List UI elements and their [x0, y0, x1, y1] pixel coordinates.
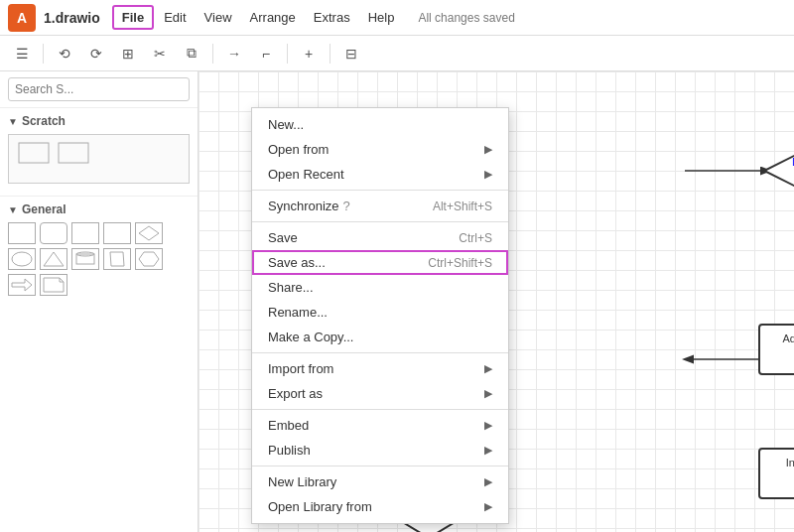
menu-edit[interactable]: Edit: [156, 7, 194, 28]
dd-sep4: [252, 409, 508, 410]
menu-bar: File Edit View Arrange Extras Help: [112, 5, 403, 30]
general-title[interactable]: ▼ General: [8, 202, 190, 216]
left-panel: ▼ Scratch ▼ General: [0, 71, 198, 532]
shape-rect2[interactable]: [40, 222, 67, 244]
svg-marker-10: [44, 278, 64, 292]
dd-make-copy[interactable]: Make a Copy...: [252, 325, 508, 349]
search-input[interactable]: [8, 77, 190, 101]
menu-view[interactable]: View: [197, 7, 240, 28]
dd-synchronize[interactable]: Synchronize ? Alt+Shift+S: [252, 194, 508, 218]
dd-rename-label: Rename...: [268, 305, 328, 320]
saved-status: All changes saved: [418, 11, 514, 25]
shape-arrow[interactable]: [8, 274, 36, 296]
dd-share-label: Share...: [268, 280, 314, 295]
toolbar-format[interactable]: ⊞: [114, 40, 142, 67]
shape-ellipse[interactable]: [8, 248, 36, 270]
shape-rect3[interactable]: [71, 222, 99, 244]
dd-open-recent-arrow: ▶: [484, 168, 492, 181]
dd-new-library-label: New Library: [268, 474, 336, 489]
scratch-title[interactable]: ▼ Scratch: [8, 114, 190, 128]
dd-synchronize-label: Synchronize: [268, 199, 339, 213]
dd-new-library[interactable]: New Library ▶: [252, 469, 508, 494]
menu-arrange[interactable]: Arrange: [242, 7, 304, 28]
dd-open-from-arrow: ▶: [484, 143, 492, 156]
dd-save-as[interactable]: Save as... Ctrl+Shift+S: [252, 250, 508, 275]
dd-open-recent-label: Open Recent: [268, 167, 344, 182]
dd-save-label: Save: [268, 230, 298, 245]
canvas[interactable]: Invite reviewers OR Review 2 received St…: [198, 71, 794, 532]
dd-new[interactable]: New...: [252, 112, 508, 137]
general-section: ▼ General: [0, 197, 198, 302]
shape-hexagon[interactable]: [135, 248, 163, 270]
toolbar: ☰ ⟲ ⟳ ⊞ ✂ ⧉ → ⌐ + ⊟: [0, 36, 794, 71]
dd-import-from-label: Import from: [268, 361, 333, 376]
file-dropdown-menu: New... Open from ▶ Open Recent ▶ Synchro…: [251, 107, 509, 524]
toolbar-waypoint[interactable]: ⌐: [252, 40, 280, 67]
dd-export-as[interactable]: Export as ▶: [252, 381, 508, 406]
dd-sep5: [252, 466, 508, 466]
shape-parallelogram[interactable]: [103, 248, 131, 270]
scratch-label: Scratch: [22, 114, 66, 128]
toolbar-pages[interactable]: ☰: [8, 40, 36, 67]
dd-sep3: [252, 352, 508, 353]
toolbar-redo[interactable]: ⟳: [82, 40, 110, 67]
toolbar-copy[interactable]: ⧉: [178, 40, 205, 67]
main-area: ▼ Scratch ▼ General: [0, 71, 794, 532]
svg-marker-9: [12, 279, 32, 291]
dd-embed[interactable]: Embed ▶: [252, 413, 508, 438]
toolbar-sep1: [43, 44, 44, 64]
dd-export-as-arrow: ▶: [484, 387, 492, 400]
dd-export-as-label: Export as: [268, 386, 323, 401]
toolbar-insert[interactable]: +: [295, 40, 323, 67]
toolbar-cut[interactable]: ✂: [146, 40, 174, 67]
dd-save-as-shortcut: Ctrl+Shift+S: [428, 256, 492, 270]
app-title: 1.drawio: [44, 10, 100, 26]
toolbar-table[interactable]: ⊟: [337, 40, 365, 67]
dd-open-recent[interactable]: Open Recent ▶: [252, 162, 508, 187]
menu-help[interactable]: Help: [360, 7, 403, 28]
toolbar-undo[interactable]: ⟲: [51, 40, 78, 67]
toolbar-sep4: [330, 44, 331, 64]
dd-share[interactable]: Share...: [252, 275, 508, 300]
dd-embed-arrow: ▶: [484, 419, 492, 432]
dd-import-from-arrow: ▶: [484, 362, 492, 375]
toolbar-connection[interactable]: →: [220, 40, 248, 67]
dd-make-copy-label: Make a Copy...: [268, 330, 353, 344]
svg-point-3: [12, 252, 32, 266]
dd-new-label: New...: [268, 117, 304, 132]
shape-note[interactable]: [40, 274, 67, 296]
menu-extras[interactable]: Extras: [306, 7, 358, 28]
dd-rename[interactable]: Rename...: [252, 300, 508, 325]
svg-marker-36: [764, 141, 794, 200]
svg-marker-7: [110, 252, 124, 266]
svg-rect-1: [59, 143, 88, 163]
dd-open-from-label: Open from: [268, 142, 329, 157]
dd-save-as-label: Save as...: [268, 255, 326, 270]
shape-rect[interactable]: [8, 222, 36, 244]
dd-open-library[interactable]: Open Library from ▶: [252, 494, 508, 519]
scratch-canvas[interactable]: [8, 134, 190, 184]
dd-embed-label: Embed: [268, 418, 309, 433]
dd-sep1: [252, 190, 508, 191]
dd-save[interactable]: Save Ctrl+S: [252, 225, 508, 250]
svg-marker-8: [139, 252, 159, 266]
dd-open-from[interactable]: Open from ▶: [252, 137, 508, 162]
dd-import-from[interactable]: Import from ▶: [252, 356, 508, 381]
shape-diamond[interactable]: [135, 222, 163, 244]
toolbar-sep2: [212, 44, 213, 64]
dd-publish[interactable]: Publish ▶: [252, 438, 508, 463]
svg-text:Additional review: Additional review: [782, 332, 794, 344]
dd-save-shortcut: Ctrl+S: [459, 231, 492, 245]
dd-synchronize-shortcut: Alt+Shift+S: [433, 200, 492, 213]
general-label: General: [22, 202, 66, 216]
shape-grid: [8, 222, 190, 296]
shape-rect4[interactable]: [103, 222, 131, 244]
dd-publish-label: Publish: [268, 443, 311, 458]
shape-triangle[interactable]: [40, 248, 67, 270]
general-arrow: ▼: [8, 204, 18, 215]
toolbar-sep3: [287, 44, 288, 64]
app-logo: A: [8, 4, 36, 32]
menu-file[interactable]: File: [112, 5, 154, 30]
shape-cylinder[interactable]: [71, 248, 99, 270]
dd-publish-arrow: ▶: [484, 444, 492, 457]
